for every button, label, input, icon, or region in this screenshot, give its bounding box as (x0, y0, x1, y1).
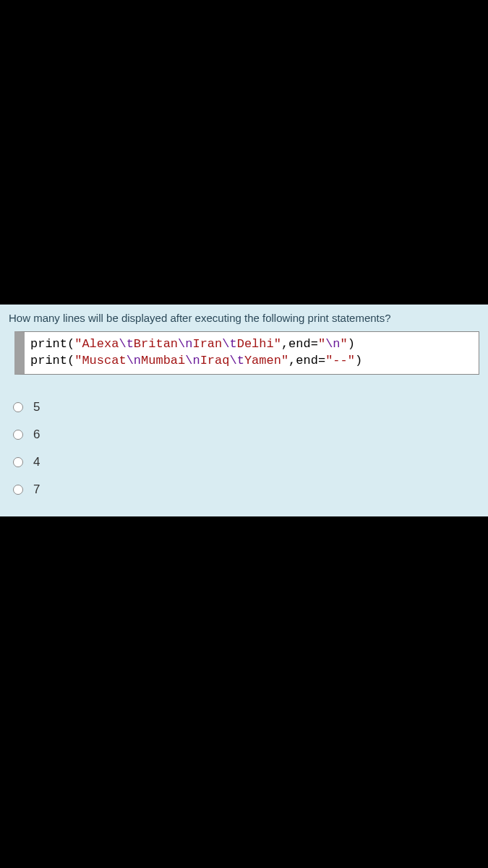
option-label: 4 (33, 455, 40, 469)
code-line-2: print("Muscat\nMumbai\nIraq\tYamen",end=… (30, 353, 473, 370)
option-label: 5 (33, 400, 40, 414)
options-list: 5 6 4 7 (0, 388, 488, 503)
option-row-1[interactable]: 6 (13, 421, 488, 448)
option-label: 6 (33, 427, 40, 442)
option-label: 7 (33, 482, 40, 497)
code-line-1: print("Alexa\tBritan\nIran\tDelhi",end="… (30, 336, 473, 353)
option-row-0[interactable]: 5 (13, 393, 488, 421)
option-row-3[interactable]: 7 (13, 476, 488, 503)
radio-icon[interactable] (13, 485, 23, 495)
radio-icon[interactable] (13, 457, 23, 467)
code-block-wrapper: print("Alexa\tBritan\nIran\tDelhi",end="… (14, 331, 479, 375)
radio-icon[interactable] (13, 430, 23, 440)
option-row-2[interactable]: 4 (13, 448, 488, 476)
question-prompt: How many lines will be displayed after e… (0, 312, 488, 331)
code-block: print("Alexa\tBritan\nIran\tDelhi",end="… (25, 332, 479, 374)
question-container: How many lines will be displayed after e… (0, 305, 488, 516)
radio-icon[interactable] (13, 402, 23, 412)
